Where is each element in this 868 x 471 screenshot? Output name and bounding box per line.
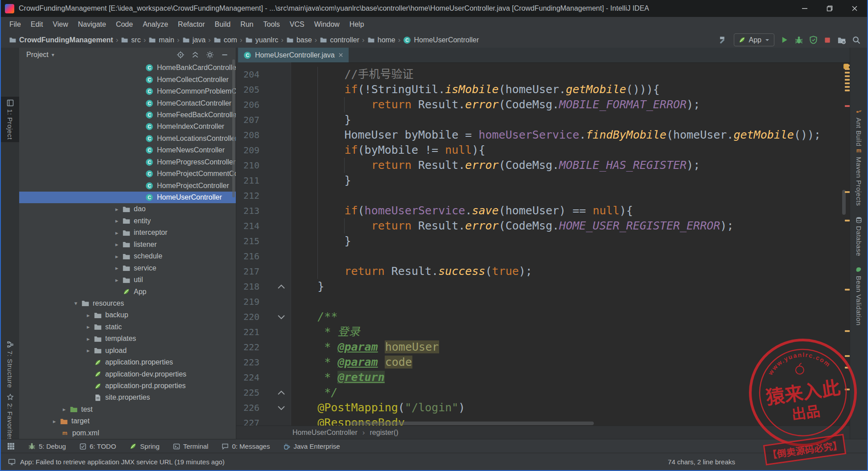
caret-selection-info[interactable]: 74 chars, 2 line breaks — [668, 458, 735, 466]
tree-item-application-prd-properties[interactable]: application-prd.properties — [19, 380, 236, 392]
line-number[interactable]: 217 — [236, 264, 259, 279]
menu-item-window[interactable]: Window — [309, 17, 345, 32]
toolwindow-button-0-messages[interactable]: 0: Messages — [222, 442, 270, 450]
breadcrumb-item-homeusercontroller[interactable]: CHomeUserController — [401, 36, 481, 44]
menu-item-file[interactable]: File — [4, 17, 26, 32]
code-line-219[interactable]: 219 — [236, 294, 850, 309]
chevron-right-icon[interactable]: ▸ — [84, 312, 92, 319]
tree-item-pom-xml[interactable]: mpom.xml — [19, 427, 236, 439]
menu-item-build[interactable]: Build — [210, 17, 236, 32]
tree-item-homeprojectcontroller[interactable]: CHomeProjectController — [19, 180, 236, 191]
line-number[interactable]: 205 — [236, 82, 259, 97]
search-everywhere-icon[interactable] — [852, 36, 861, 45]
tree-item-dao[interactable]: ▸dao — [19, 203, 236, 215]
run-configuration-select[interactable]: App — [734, 33, 774, 46]
minimize-button[interactable] — [792, 0, 817, 17]
tree-item-homenewscontroller[interactable]: CHomeNewsController — [19, 144, 236, 156]
code-line-204[interactable]: 204 //手机号验证 — [236, 67, 850, 82]
tree-item-templates[interactable]: ▸templates — [19, 333, 236, 344]
tree-item-entity[interactable]: ▸entity — [19, 215, 236, 227]
menu-item-tools[interactable]: Tools — [258, 17, 284, 32]
tree-item-site-properties[interactable]: site.properties — [19, 392, 236, 403]
tool-button-database[interactable]: Database — [850, 214, 867, 259]
code-line-215[interactable]: 215 } — [236, 233, 850, 249]
tree-item-upload[interactable]: ▸upload — [19, 345, 236, 356]
line-number[interactable]: 216 — [236, 249, 259, 264]
tree-item-backup[interactable]: ▸backup — [19, 309, 236, 321]
code-line-225[interactable]: 225 */ — [236, 385, 850, 400]
collapse-all-button[interactable] — [189, 49, 201, 60]
tree-item-application-properties[interactable]: application.properties — [19, 356, 236, 368]
chevron-right-icon[interactable]: ▸ — [60, 406, 68, 413]
fold-up-icon[interactable] — [259, 279, 291, 294]
toolwindow-switcher-icon[interactable] — [7, 442, 15, 450]
tree-item-target[interactable]: ▸target — [19, 415, 236, 427]
menu-item-edit[interactable]: Edit — [26, 17, 48, 32]
code-line-218[interactable]: 218 } — [236, 279, 850, 294]
run-button[interactable] — [780, 36, 789, 44]
line-number[interactable]: 224 — [236, 370, 259, 385]
line-number[interactable]: 211 — [236, 173, 259, 188]
tree-item-interceptor[interactable]: ▸interceptor — [19, 227, 236, 238]
menu-item-run[interactable]: Run — [235, 17, 258, 32]
toolwindow-button-5-debug[interactable]: 5: Debug — [28, 442, 66, 450]
chevron-right-icon[interactable]: ▸ — [113, 229, 121, 236]
fold-down-icon[interactable] — [259, 309, 291, 324]
breadcrumb-item-java[interactable]: java — [181, 36, 207, 44]
code-line-214[interactable]: 214 return Result.error(CodeMsg.HOME_USE… — [236, 218, 850, 233]
line-number[interactable]: 222 — [236, 340, 259, 355]
chevron-right-icon[interactable]: ▸ — [113, 206, 121, 213]
tree-item-homeprogresscontroller[interactable]: CHomeProgressController — [19, 156, 236, 168]
breadcrumb-item-base[interactable]: base — [284, 36, 314, 44]
editor-tab[interactable]: C HomeUserController.java — [238, 48, 349, 62]
line-number[interactable]: 221 — [236, 324, 259, 340]
fold-up-icon[interactable] — [259, 385, 291, 400]
event-log-icon[interactable] — [8, 458, 16, 466]
tree-item-resources[interactable]: ▾resources — [19, 298, 236, 309]
breadcrumb-item-com[interactable]: com — [212, 36, 239, 44]
menu-item-refactor[interactable]: Refactor — [173, 17, 210, 32]
code-line-226[interactable]: 226 @PostMapping("/login") — [236, 400, 850, 415]
code-line-224[interactable]: 224 * @return — [236, 370, 850, 385]
tree-item-app[interactable]: App — [19, 286, 236, 297]
chevron-right-icon[interactable]: ▸ — [84, 347, 92, 354]
line-number[interactable]: 227 — [236, 415, 259, 426]
project-structure-icon[interactable] — [837, 36, 846, 45]
code-line-223[interactable]: 223 * @param code — [236, 355, 850, 370]
tree-item-homefeedbackcontroller[interactable]: CHomeFeedBackController — [19, 109, 236, 121]
tree-item-schedule[interactable]: ▸schedule — [19, 250, 236, 262]
tree-item-service[interactable]: ▸service — [19, 262, 236, 274]
status-message[interactable]: App: Failed to retrieve application JMX … — [20, 458, 225, 466]
line-number[interactable]: 212 — [236, 188, 259, 203]
tool-button-7-structure[interactable]: 7: Structure — [1, 338, 19, 391]
settings-gear-button[interactable] — [204, 49, 216, 60]
line-number[interactable]: 208 — [236, 127, 259, 143]
chevron-right-icon[interactable]: ▸ — [113, 217, 121, 224]
code-line-217[interactable]: 217 return Result.success(true); — [236, 264, 850, 279]
editor-area[interactable]: 204 //手机号验证205 if(!StringUtil.isMobile(h… — [236, 62, 850, 426]
line-number[interactable]: 207 — [236, 112, 259, 127]
code-line-213[interactable]: 213 if(homeUserService.save(homeUser) ==… — [236, 203, 850, 218]
breadcrumb-class[interactable]: HomeUserController — [292, 429, 358, 437]
debug-button[interactable] — [794, 36, 803, 45]
tree-item-homeindexcontroller[interactable]: CHomeIndexController — [19, 121, 236, 132]
menu-item-view[interactable]: View — [48, 17, 73, 32]
chevron-right-icon[interactable]: ▸ — [113, 253, 121, 260]
breadcrumb-item-src[interactable]: src — [119, 36, 142, 44]
tree-item-listener[interactable]: ▸listener — [19, 239, 236, 250]
chevron-right-icon[interactable]: ▸ — [113, 265, 121, 271]
tree-item-static[interactable]: ▸static — [19, 321, 236, 333]
restore-button[interactable] — [817, 0, 842, 17]
code-line-205[interactable]: 205 if(!StringUtil.isMobile(homeUser.get… — [236, 82, 850, 97]
breadcrumb-method[interactable]: register() — [370, 429, 399, 437]
breadcrumb-item-controller[interactable]: controller — [318, 36, 361, 44]
vertical-scrollbar[interactable] — [842, 190, 846, 215]
tree-item-test[interactable]: ▸test — [19, 404, 236, 415]
line-number[interactable]: 214 — [236, 218, 259, 233]
code-line-211[interactable]: 211 } — [236, 173, 850, 188]
line-number[interactable]: 213 — [236, 203, 259, 218]
horizontal-scrollbar[interactable] — [350, 422, 594, 425]
tool-button-1-project[interactable]: 1: Project — [1, 97, 19, 142]
tree-item-homecollectcontroller[interactable]: CHomeCollectController — [19, 74, 236, 85]
project-tree-scrollbar[interactable] — [232, 59, 235, 197]
